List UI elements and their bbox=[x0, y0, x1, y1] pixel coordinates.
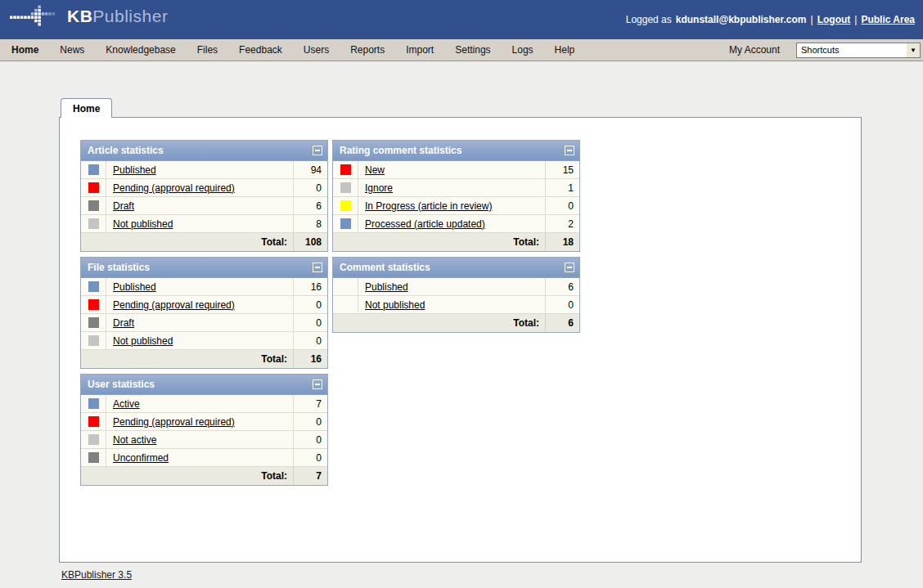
stat-link[interactable]: Draft bbox=[113, 317, 134, 329]
kbpublisher-logo-icon bbox=[10, 5, 56, 27]
my-account-link[interactable]: My Account bbox=[729, 44, 780, 56]
stat-link[interactable]: Not published bbox=[365, 299, 425, 311]
stat-row: Not published 0 bbox=[81, 332, 327, 350]
total-label: Total: bbox=[333, 314, 545, 332]
stat-value: 0 bbox=[293, 332, 327, 349]
stat-link[interactable]: Pending (approval required) bbox=[113, 299, 235, 311]
status-color-swatch bbox=[88, 335, 99, 346]
shortcuts-dropdown[interactable]: Shortcuts ▼ bbox=[796, 43, 921, 58]
nav-item-files[interactable]: Files bbox=[187, 44, 228, 56]
public-area-link[interactable]: Public Area bbox=[861, 14, 915, 25]
stat-value: 0 bbox=[545, 197, 579, 214]
stat-value: 1 bbox=[545, 179, 579, 196]
stat-link[interactable]: Published bbox=[113, 281, 156, 293]
stat-panel-header: File statistics bbox=[81, 258, 327, 278]
nav-right: My Account Shortcuts ▼ bbox=[729, 43, 921, 58]
stat-label-cell: Published bbox=[106, 161, 293, 178]
stat-link[interactable]: New bbox=[365, 164, 385, 176]
stat-link[interactable]: Published bbox=[113, 164, 156, 176]
stat-panel-title: Article statistics bbox=[88, 145, 164, 156]
stat-link[interactable]: Processed (article updated) bbox=[365, 218, 485, 230]
stat-row: In Progress (article in review) 0 bbox=[333, 197, 579, 215]
nav-item-users[interactable]: Users bbox=[293, 44, 340, 56]
nav-item-label: Import bbox=[406, 44, 434, 56]
user-email: kdunstall@kbpublisher.com bbox=[676, 14, 807, 25]
version-link[interactable]: KBPublisher 3.5 bbox=[61, 569, 132, 581]
total-row: Total: 7 bbox=[81, 467, 327, 485]
nav-item-settings[interactable]: Settings bbox=[444, 44, 501, 56]
collapse-icon[interactable] bbox=[565, 263, 574, 272]
stat-label-cell: Pending (approval required) bbox=[106, 413, 293, 430]
stat-panel-body: Published 94 Pending (approval required)… bbox=[81, 161, 327, 233]
panel-comment-statistics: Comment statistics Published 6 Not publi… bbox=[332, 257, 580, 333]
stat-label-cell: Active bbox=[106, 395, 293, 412]
collapse-icon[interactable] bbox=[313, 146, 322, 155]
total-row: Total: 18 bbox=[333, 233, 579, 251]
stat-label-cell: Draft bbox=[106, 314, 293, 331]
status-swatch-cell bbox=[81, 197, 106, 214]
nav-item-label: Help bbox=[555, 44, 575, 56]
stat-panel-body: Published 16 Pending (approval required)… bbox=[81, 278, 327, 350]
stat-link[interactable]: Not published bbox=[113, 218, 173, 230]
total-label: Total: bbox=[81, 233, 293, 251]
stat-label-cell: New bbox=[358, 161, 545, 178]
nav-item-logs[interactable]: Logs bbox=[502, 44, 544, 56]
total-value: 108 bbox=[293, 233, 327, 251]
logo-kb: KB bbox=[67, 7, 92, 25]
stat-link[interactable]: Ignore bbox=[365, 182, 393, 194]
status-swatch-cell bbox=[81, 314, 106, 331]
stat-link[interactable]: Draft bbox=[113, 200, 134, 212]
logo[interactable]: KBPublisher bbox=[10, 5, 168, 27]
nav-item-home[interactable]: Home bbox=[8, 44, 49, 56]
nav-item-feedback[interactable]: Feedback bbox=[228, 44, 293, 56]
stat-link[interactable]: Unconfirmed bbox=[113, 452, 169, 464]
nav-item-label: Reports bbox=[350, 44, 385, 56]
status-color-swatch bbox=[88, 218, 99, 229]
separator: | bbox=[854, 14, 857, 25]
stat-link[interactable]: In Progress (article in review) bbox=[365, 200, 492, 212]
stat-link[interactable]: Active bbox=[113, 398, 140, 410]
collapse-icon[interactable] bbox=[313, 263, 322, 272]
nav-item-label: Users bbox=[304, 44, 329, 56]
stat-link[interactable]: Not active bbox=[113, 434, 156, 446]
stat-value: 15 bbox=[545, 161, 579, 178]
logout-link[interactable]: Logout bbox=[817, 14, 851, 25]
nav-item-help[interactable]: Help bbox=[544, 44, 586, 56]
stat-link[interactable]: Pending (approval required) bbox=[113, 182, 235, 194]
collapse-icon[interactable] bbox=[565, 146, 574, 155]
stat-link[interactable]: Pending (approval required) bbox=[113, 416, 235, 428]
stat-value: 0 bbox=[293, 413, 327, 430]
panel-user-statistics: User statistics Active 7 Pending (approv… bbox=[80, 374, 328, 486]
stat-row: Not published 0 bbox=[333, 296, 579, 314]
stat-row: Published 16 bbox=[81, 278, 327, 296]
total-value: 16 bbox=[293, 350, 327, 368]
stat-link[interactable]: Published bbox=[365, 281, 408, 293]
status-color-swatch bbox=[88, 398, 99, 409]
nav-item-label: News bbox=[60, 44, 84, 56]
stat-row: Not active 0 bbox=[81, 431, 327, 449]
nav-item-label: Home bbox=[11, 44, 38, 56]
stat-value: 6 bbox=[293, 197, 327, 214]
total-value: 18 bbox=[545, 233, 579, 251]
nav-item-knowledgebase[interactable]: Knowledgebase bbox=[95, 44, 186, 56]
stat-value: 0 bbox=[545, 296, 579, 313]
status-swatch-cell bbox=[81, 395, 106, 412]
total-label: Total: bbox=[81, 350, 293, 368]
collapse-icon[interactable] bbox=[313, 379, 322, 389]
nav-item-label: Knowledgebase bbox=[106, 44, 175, 56]
status-swatch-cell bbox=[333, 179, 358, 196]
nav-item-news[interactable]: News bbox=[49, 44, 95, 56]
stat-value: 6 bbox=[545, 278, 579, 295]
stat-value: 8 bbox=[293, 215, 327, 232]
chevron-down-icon: ▼ bbox=[907, 43, 920, 57]
nav-item-reports[interactable]: Reports bbox=[340, 44, 395, 56]
shortcuts-dropdown-value: Shortcuts bbox=[797, 45, 839, 55]
tab-home[interactable]: Home bbox=[61, 98, 112, 118]
content-area: Article statistics Published 94 Pending … bbox=[59, 117, 862, 563]
stat-link[interactable]: Not published bbox=[113, 335, 173, 347]
nav-item-import[interactable]: Import bbox=[395, 44, 444, 56]
total-row: Total: 16 bbox=[81, 350, 327, 368]
stat-value: 0 bbox=[293, 179, 327, 196]
total-value: 7 bbox=[293, 467, 327, 485]
status-swatch-cell bbox=[81, 332, 106, 349]
